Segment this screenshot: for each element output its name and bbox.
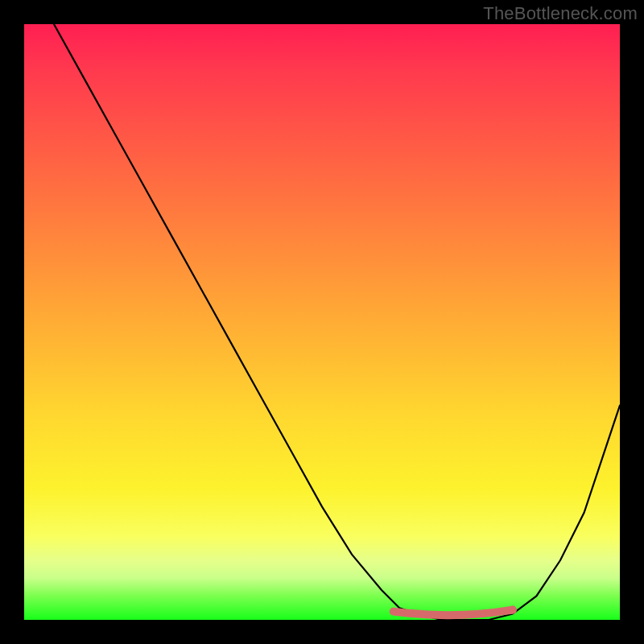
curve-layer bbox=[24, 24, 620, 620]
attribution-text: TheBottleneck.com bbox=[483, 3, 638, 24]
chart-canvas: TheBottleneck.com bbox=[0, 0, 644, 644]
optimal-range-end-dot bbox=[509, 606, 517, 614]
bottleneck-curve bbox=[54, 24, 620, 620]
plot-area bbox=[24, 24, 620, 620]
optimal-range-marker bbox=[394, 610, 513, 616]
